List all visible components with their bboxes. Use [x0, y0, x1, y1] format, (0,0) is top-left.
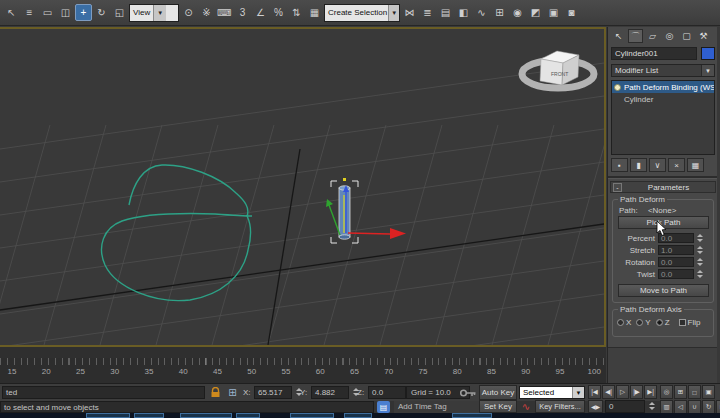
coord-value-field[interactable]: 65.517	[254, 386, 292, 399]
add-time-tag-button[interactable]: Add Time Tag	[394, 401, 480, 413]
taskbar-item[interactable]	[236, 413, 260, 418]
tab-hierarchy[interactable]: ▱	[645, 29, 660, 43]
key-set-dropdown[interactable]: Selected ▼	[519, 386, 585, 399]
curve-editor-icon[interactable]: ∿	[473, 4, 490, 21]
render-production-icon[interactable]: ◙	[563, 4, 580, 21]
move-to-path-button[interactable]: Move to Path	[618, 284, 709, 297]
rectangular-selection-region-icon[interactable]: ▭	[39, 4, 56, 21]
snaps-toggle-icon[interactable]: 3	[234, 4, 251, 21]
perspective-viewport[interactable]: FRONT	[0, 27, 606, 347]
spinner-arrows[interactable]	[695, 257, 704, 267]
spinner-arrows[interactable]	[695, 245, 704, 255]
select-and-scale-icon[interactable]: ◱	[111, 4, 128, 21]
graphite-modeling-icon[interactable]: ◧	[455, 4, 472, 21]
axis-radio-z[interactable]	[656, 319, 663, 326]
rendered-frame-window-icon[interactable]: ▣	[545, 4, 562, 21]
spinner-snap-icon[interactable]: ⇅	[288, 4, 305, 21]
modifier-list-dropdown[interactable]: Modifier List ▼	[611, 64, 715, 77]
select-and-move-icon[interactable]: +	[75, 4, 92, 21]
taskbar-item[interactable]	[290, 413, 334, 418]
schematic-view-icon[interactable]: ⊞	[491, 4, 508, 21]
tab-motion[interactable]: ◎	[662, 29, 677, 43]
time-tag-clipboard-icon[interactable]: ▤	[377, 401, 390, 413]
absolute-mode-transform-icon[interactable]: ⊞	[226, 386, 239, 399]
coord-value-field[interactable]: 4.882	[311, 386, 349, 399]
tab-modify[interactable]: ⌒	[628, 29, 643, 43]
previous-frame-button[interactable]: ◀|	[602, 385, 615, 399]
render-setup-icon[interactable]: ◩	[527, 4, 544, 21]
key-filters-button[interactable]: Key Filters...	[535, 400, 585, 413]
flip-checkbox[interactable]	[679, 319, 686, 326]
mirror-icon[interactable]: ⋈	[401, 4, 418, 21]
use-pivot-point-center-icon[interactable]: ⊙	[180, 4, 197, 21]
frame-spinner[interactable]	[647, 401, 656, 411]
show-end-result-button[interactable]: ▮	[630, 158, 647, 172]
spinner-arrows[interactable]	[695, 269, 704, 279]
viewcube[interactable]: FRONT	[522, 51, 594, 88]
transform-gizmo[interactable]	[326, 178, 406, 239]
set-key-button[interactable]: Set Key	[479, 400, 517, 413]
rollout-collapse-icon[interactable]: -	[613, 183, 622, 192]
material-editor-icon[interactable]: ◉	[509, 4, 526, 21]
align-icon[interactable]: ≣	[419, 4, 436, 21]
path-spline-object[interactable]	[102, 165, 252, 301]
taskbar-item[interactable]	[452, 413, 492, 418]
percent-snap-icon[interactable]: %	[270, 4, 287, 21]
tab-create[interactable]: ↖	[611, 29, 626, 43]
modifier-stack-item[interactable]: Cylinder	[612, 93, 714, 105]
tab-display[interactable]: ▢	[679, 29, 694, 43]
play-button[interactable]: ▷	[616, 385, 629, 399]
maxscript-listener-button[interactable]: ▥	[660, 400, 673, 414]
coord-value-field[interactable]: 0.0	[368, 386, 406, 399]
track-bar-ruler[interactable]: 1520253035404550556065707580859095100	[0, 358, 606, 384]
pin-stack-button[interactable]: ▪	[611, 158, 628, 172]
make-unique-button[interactable]: ∨	[649, 158, 666, 172]
named-selection-set-dropdown[interactable]: Create Selection Se ▼	[324, 4, 400, 22]
parameter-value-field[interactable]: 0.0	[658, 257, 694, 267]
next-frame-button[interactable]: |▶	[630, 385, 643, 399]
layer-manager-icon[interactable]: ▤	[437, 4, 454, 21]
keyboard-shortcut-override-icon[interactable]: ⌨	[216, 4, 233, 21]
taskbar-item[interactable]	[180, 413, 232, 418]
select-and-rotate-icon[interactable]: ↻	[93, 4, 110, 21]
object-color-swatch[interactable]	[701, 47, 715, 60]
remove-modifier-button[interactable]: ×	[668, 158, 685, 172]
select-object-icon[interactable]: ↖	[3, 4, 20, 21]
select-by-name-icon[interactable]: ≡	[21, 4, 38, 21]
gizmo-x-axis-arrow[interactable]	[390, 228, 406, 239]
axis-radio-y[interactable]	[636, 319, 643, 326]
taskbar-item[interactable]	[86, 413, 130, 418]
axis-radio-x[interactable]	[617, 319, 624, 326]
modifier-stack-item[interactable]: Path Deform Binding (WS	[612, 81, 714, 93]
window-crossing-icon[interactable]: ◫	[57, 4, 74, 21]
reference-coordinate-system-dropdown[interactable]: View ▼	[129, 4, 179, 22]
field-of-view-button[interactable]: ◁	[674, 400, 687, 414]
spinner-arrows[interactable]	[695, 233, 704, 243]
angle-snap-icon[interactable]: ∠	[252, 4, 269, 21]
lightbulb-icon[interactable]	[614, 84, 621, 91]
orbit-button[interactable]: ↻	[702, 400, 715, 414]
select-and-manipulate-icon[interactable]: ※	[198, 4, 215, 21]
go-to-end-button[interactable]: ▶|	[644, 385, 657, 399]
pan-view-button[interactable]: ∪	[688, 400, 701, 414]
configure-modifier-sets-button[interactable]: ▦	[687, 158, 704, 172]
parameter-value-field[interactable]: 1.0	[658, 245, 694, 255]
object-name-field[interactable]: Cylinder001	[611, 47, 697, 60]
region-zoom-button[interactable]: ⊡	[716, 400, 720, 414]
taskbar-item[interactable]	[134, 413, 164, 418]
tab-utilities[interactable]: ⚒	[696, 29, 711, 43]
current-frame-field[interactable]: 0	[605, 400, 645, 413]
taskbar-item[interactable]	[344, 413, 372, 418]
go-to-start-button[interactable]: |◀	[588, 385, 601, 399]
parameter-value-field[interactable]: 0.0	[658, 269, 694, 279]
auto-key-button[interactable]: Auto Key	[479, 385, 517, 400]
parameters-rollout-header[interactable]: - Parameters	[610, 181, 716, 193]
selection-lock-icon[interactable]	[209, 386, 222, 399]
zoom-extents-all-button[interactable]: ▣	[702, 385, 715, 399]
zoom-extents-button[interactable]: □	[688, 385, 701, 399]
named-selection-sets-icon[interactable]: ▦	[306, 4, 323, 21]
zoom-all-button[interactable]: ⊞	[674, 385, 687, 399]
zoom-button[interactable]: ◎	[660, 385, 673, 399]
key-filters-wave-icon[interactable]: ∿	[519, 400, 533, 413]
key-mode-toggle-icon[interactable]: ◀▶	[588, 400, 603, 413]
